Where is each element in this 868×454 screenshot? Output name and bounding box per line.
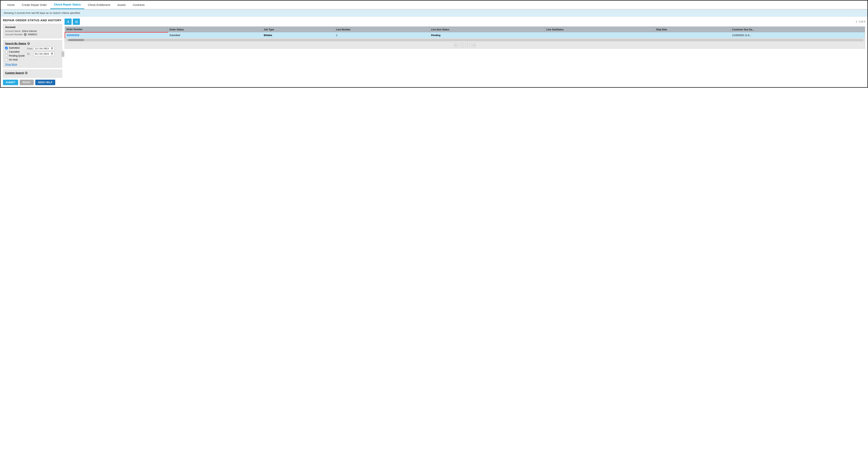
cell-order-number[interactable]: XXXXXXXX (65, 32, 168, 38)
checkbox-pending-quote-input[interactable] (5, 55, 8, 57)
account-name-row: Account Name Zebra Internal (5, 30, 60, 33)
data-table: Order Number Order Status Job Type Line … (65, 27, 865, 38)
nav-assets[interactable]: Assets (114, 1, 129, 9)
cell-order-status: Submitted (168, 32, 262, 38)
checkbox-on-hold-input[interactable] (5, 59, 8, 61)
scrollbar-thumb[interactable] (68, 39, 84, 41)
cell-job-type: Billable (262, 32, 335, 38)
account-name-label: Account Name (5, 30, 21, 33)
section-title: REPAIR ORDER STATUS AND HISTORY (3, 19, 62, 22)
search-by-status-box: Search By Status i Submitted Cancelled (3, 40, 62, 68)
action-buttons: SUBMIT RESET NEED HELP (3, 79, 62, 85)
banner-text: Showing 3 records from last 90 days as n… (4, 11, 81, 14)
checkbox-cancelled-input[interactable] (5, 51, 8, 53)
right-panel: ⬇ ⊞ 1 - 3 of 3 Order Number Order Status… (64, 19, 865, 85)
custom-search-box: Custom Search i (3, 70, 62, 78)
cell-ship-date (654, 32, 731, 38)
status-checkboxes: Submitted Cancelled Pending Quote On Hol… (5, 46, 25, 66)
checkbox-submitted[interactable]: Submitted (5, 46, 25, 49)
nav-contracts[interactable]: Contracts (129, 1, 148, 9)
need-help-button[interactable]: NEED HELP (35, 79, 55, 85)
cell-line-substatus (545, 32, 654, 38)
cell-line-number: 1 (334, 32, 429, 38)
date-to-label: To (27, 53, 33, 55)
account-number-info-icon[interactable]: i (24, 33, 27, 36)
checkbox-submitted-input[interactable] (5, 47, 8, 49)
checkbox-cancelled[interactable]: Cancelled (5, 51, 25, 53)
checkbox-on-hold-label: On Hold (9, 58, 18, 61)
checkbox-cancelled-label: Cancelled (9, 51, 19, 53)
download-button[interactable]: ⬇ (64, 19, 72, 25)
custom-search-label: Custom Search (5, 71, 24, 74)
status-options: Submitted Cancelled Pending Quote On Hol… (5, 46, 60, 66)
custom-search-info-icon[interactable]: i (25, 71, 28, 74)
date-from-input[interactable] (34, 46, 55, 51)
checkbox-pending-quote-label: Pending Quote (9, 55, 25, 57)
cell-customer-due-date: 11/26/2023 11:0... (731, 32, 865, 38)
date-from-row: From (27, 46, 55, 51)
nav-home[interactable]: Home (4, 1, 18, 9)
panel-header: ⬇ ⊞ 1 - 3 of 3 (64, 19, 865, 25)
horizontal-scrollbar[interactable] (65, 38, 865, 42)
submit-button[interactable]: SUBMIT (3, 79, 18, 85)
col-order-number: Order Number (65, 27, 168, 32)
search-by-status-title: Search By Status i (5, 42, 60, 45)
cell-line-item-status: Pending (430, 32, 545, 38)
table-wrapper: Order Number Order Status Job Type Line … (64, 26, 865, 49)
collapse-arrow[interactable]: ‹ (62, 51, 64, 57)
pagination-nav: « ‹ › » (65, 42, 865, 48)
pagination-text: 1 - 3 of 3 (856, 20, 865, 23)
search-by-status-label: Search By Status (5, 42, 26, 45)
columns-button[interactable]: ⊞ (73, 19, 80, 25)
table-row: XXXXXXXX Submitted Billable 1 Pending 11… (65, 32, 865, 38)
sidebar: REPAIR ORDER STATUS AND HISTORY Account … (3, 19, 62, 85)
table-header-row: Order Number Order Status Job Type Line … (65, 27, 865, 32)
toolbar: ⬇ ⊞ (64, 19, 80, 25)
checkbox-pending-quote[interactable]: Pending Quote (5, 55, 25, 57)
col-line-item-status: Line Item Status (430, 27, 545, 32)
account-number-row: Account Number i 6088923 (5, 33, 60, 36)
account-name-value: Zebra Internal (22, 30, 37, 33)
scrollbar-track (66, 39, 863, 41)
account-number-value: 6088923 (28, 33, 37, 36)
checkbox-submitted-label: Submitted (9, 46, 20, 49)
col-ship-date: Ship Date (654, 27, 731, 32)
col-line-number: Line Number (334, 27, 429, 32)
col-line-substatus: Line SubStatus (545, 27, 654, 32)
date-to-row: To (27, 52, 55, 56)
columns-icon: ⊞ (75, 20, 78, 24)
date-to-input[interactable] (34, 52, 55, 56)
col-job-type: Job Type (262, 27, 335, 32)
main-content: REPAIR ORDER STATUS AND HISTORY Account … (1, 17, 867, 87)
nav-create-repair-order[interactable]: Create Repair Order (18, 1, 50, 9)
show-more-link[interactable]: Show More (5, 63, 25, 66)
search-by-status-info-icon[interactable]: i (27, 42, 30, 45)
account-number-label: Account Number (5, 33, 23, 36)
nav-check-repair-status[interactable]: Check Repair Status (50, 1, 84, 9)
custom-search-title: Custom Search i (5, 71, 60, 74)
date-range: From To (27, 46, 55, 66)
nav-bar: Home Create Repair Order Check Repair St… (1, 1, 867, 9)
reset-button[interactable]: RESET (20, 79, 34, 85)
info-banner: Showing 3 records from last 90 days as n… (1, 9, 867, 17)
account-box: Account Account Name Zebra Internal Acco… (3, 24, 62, 38)
checkbox-on-hold[interactable]: On Hold (5, 58, 25, 61)
pagination-prev[interactable]: ‹ (460, 43, 464, 47)
pagination-next[interactable]: › (466, 43, 470, 47)
pagination-last[interactable]: » (471, 43, 476, 47)
col-customer-due-date: Customer Due Da... (731, 27, 865, 32)
date-from-label: From (27, 47, 33, 50)
nav-check-entitlement[interactable]: Check Entitlement (84, 1, 114, 9)
download-icon: ⬇ (67, 20, 69, 24)
pagination-first[interactable]: « (454, 43, 458, 47)
col-order-status: Order Status (168, 27, 262, 32)
account-box-title: Account (5, 26, 60, 29)
